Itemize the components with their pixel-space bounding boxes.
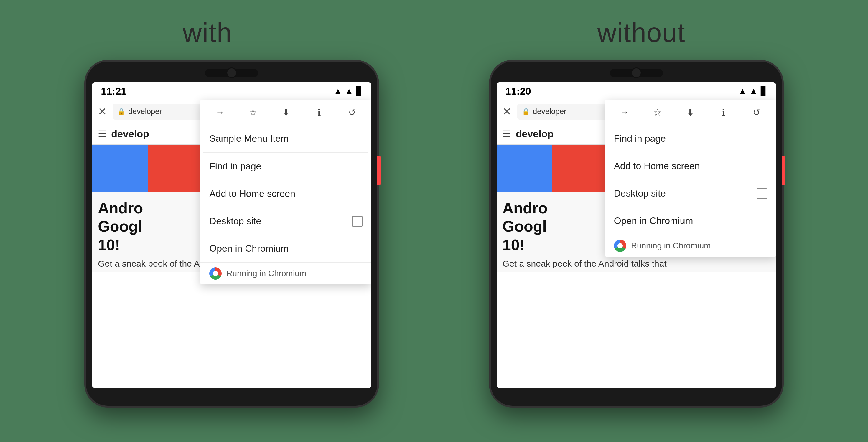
left-dd-info-icon[interactable]: ℹ (307, 103, 331, 121)
left-status-bar: 11:21 ▲ ▲ ▊ (92, 82, 371, 100)
right-label: without (597, 18, 685, 48)
right-open-in-chromium[interactable]: Open in Chromium (605, 207, 776, 234)
right-dd-forward-icon[interactable]: → (613, 103, 636, 121)
labels-row: with without (0, 0, 868, 60)
left-dropdown-icons-row: → ☆ ⬇ ℹ ↺ (200, 100, 371, 125)
left-label: with (182, 18, 232, 48)
right-wifi-icon: ▲ (738, 86, 747, 96)
signal-icon: ▲ (345, 86, 353, 96)
right-phone-frame: 11:20 ▲ ▲ ▊ ✕ 🔒 developer (489, 60, 784, 408)
right-signal-icon: ▲ (749, 86, 758, 96)
right-dd-refresh-icon[interactable]: ↺ (745, 103, 768, 121)
phones-row: 11:21 ▲ ▲ ▊ ✕ 🔒 developer (0, 60, 868, 408)
right-page-subtext: Get a sneak peek of the Android talks th… (502, 259, 770, 269)
left-find-in-page[interactable]: Find in page (200, 153, 371, 180)
right-desktop-checkbox[interactable] (756, 188, 767, 199)
left-phone-screen: 11:21 ▲ ▲ ▊ ✕ 🔒 developer (92, 82, 371, 388)
color-bar-red (148, 145, 204, 192)
right-url-text: developer (533, 107, 566, 116)
left-side-button (377, 156, 381, 185)
left-phone: 11:21 ▲ ▲ ▊ ✕ 🔒 developer (69, 60, 394, 408)
right-status-icons: ▲ ▲ ▊ (738, 86, 767, 96)
right-desktop-site[interactable]: Desktop site (605, 180, 776, 207)
right-dd-info-icon[interactable]: ℹ (712, 103, 735, 121)
left-site-title: develop (111, 128, 149, 140)
right-color-bar-red (552, 145, 608, 192)
left-status-icons: ▲ ▲ ▊ (334, 86, 363, 96)
left-chromium-icon (209, 267, 222, 280)
right-dd-download-icon[interactable]: ⬇ (679, 103, 702, 121)
right-status-time: 11:20 (505, 86, 531, 97)
right-phone: 11:20 ▲ ▲ ▊ ✕ 🔒 developer (474, 60, 799, 408)
left-running-text: Running in Chromium (226, 269, 306, 278)
right-find-in-page[interactable]: Find in page (605, 125, 776, 152)
right-dropdown-footer: Running in Chromium (605, 234, 776, 257)
left-dropdown-footer: Running in Chromium (200, 262, 371, 284)
left-hamburger-icon[interactable]: ☰ (98, 128, 106, 140)
left-lock-icon: 🔒 (117, 108, 125, 116)
left-dd-refresh-icon[interactable]: ↺ (340, 103, 364, 121)
left-desktop-checkbox[interactable] (352, 216, 363, 227)
left-status-time: 11:21 (101, 86, 126, 97)
right-close-button[interactable]: ✕ (502, 105, 512, 118)
left-dropdown-menu: → ☆ ⬇ ℹ ↺ Sample Menu Item Find in page (200, 100, 371, 284)
right-dropdown-menu: → ☆ ⬇ ℹ ↺ Find in page Add to Home scree… (605, 100, 776, 257)
right-battery-icon: ▊ (761, 86, 767, 96)
right-running-text: Running in Chromium (631, 241, 711, 250)
left-desktop-site[interactable]: Desktop site (200, 208, 371, 235)
left-dd-star-icon[interactable]: ☆ (241, 103, 265, 121)
right-site-title: develop (516, 128, 554, 140)
right-camera (631, 67, 642, 78)
right-lock-icon: 🔒 (522, 108, 530, 116)
left-add-to-home[interactable]: Add to Home screen (200, 180, 371, 208)
left-url-text: developer (128, 107, 162, 116)
left-camera (226, 67, 237, 78)
left-dd-forward-icon[interactable]: → (208, 103, 232, 121)
right-color-bar-blue (497, 145, 553, 192)
right-hamburger-icon[interactable]: ☰ (502, 128, 511, 140)
left-dd-download-icon[interactable]: ⬇ (274, 103, 298, 121)
right-dropdown-icons-row: → ☆ ⬇ ℹ ↺ (605, 100, 776, 125)
right-side-button (782, 156, 785, 185)
left-sample-menu-item[interactable]: Sample Menu Item (200, 125, 371, 152)
color-bar-blue (92, 145, 148, 192)
battery-icon: ▊ (356, 86, 363, 96)
right-dd-star-icon[interactable]: ☆ (646, 103, 669, 121)
right-phone-screen: 11:20 ▲ ▲ ▊ ✕ 🔒 developer (497, 82, 776, 388)
right-chromium-icon (614, 240, 626, 252)
left-open-in-chromium[interactable]: Open in Chromium (200, 235, 371, 262)
right-add-to-home[interactable]: Add to Home screen (605, 152, 776, 180)
left-phone-frame: 11:21 ▲ ▲ ▊ ✕ 🔒 developer (84, 60, 379, 408)
left-close-button[interactable]: ✕ (98, 105, 107, 118)
right-status-bar: 11:20 ▲ ▲ ▊ (497, 82, 776, 100)
wifi-icon: ▲ (334, 86, 342, 96)
